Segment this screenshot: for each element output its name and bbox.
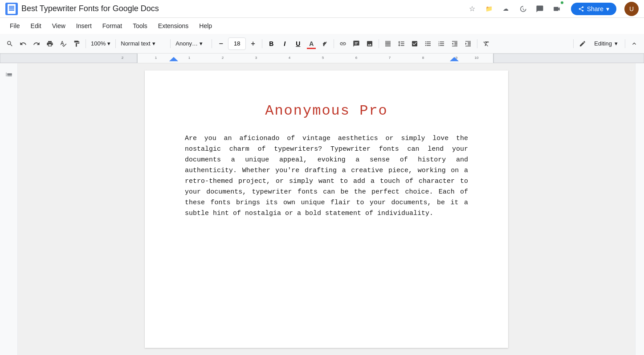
divider-7 [379,39,379,48]
comments-icon[interactable] [534,3,546,15]
search-button[interactable] [4,37,16,50]
font-size-decrease-button[interactable]: − [215,37,227,50]
bullet-list-button[interactable] [422,37,434,50]
divider-1 [86,39,86,48]
clear-format-button[interactable] [480,37,493,50]
document-page: Anonymous Pro Are you an aficionado of v… [145,70,508,348]
pencil-edit-icon[interactable] [576,37,589,50]
checklist-button[interactable] [408,37,421,50]
align-button[interactable] [382,37,394,50]
ruler: 2 1 1 2 3 4 5 6 7 8 9 10 [0,54,644,63]
menu-bar: File Edit View Insert Format Tools Exten… [0,18,644,34]
share-label: Share [587,5,603,12]
title-icons: ☆ 📁 ☁ Share ▾ U [466,2,639,16]
divider-3 [170,39,171,48]
svg-text:2: 2 [122,56,123,60]
menu-file[interactable]: File [5,21,24,31]
document-body[interactable]: Are you an aficionado of vintage aesthet… [185,133,468,219]
divider-10 [625,39,625,48]
zoom-drop-icon: ▾ [107,40,110,47]
spell-check-button[interactable] [57,37,69,50]
divider-2 [115,39,116,48]
svg-text:8: 8 [422,56,424,60]
indent-increase-button[interactable] [462,37,474,50]
menu-view[interactable]: View [48,21,70,31]
svg-text:5: 5 [322,56,324,60]
divider-6 [334,39,334,48]
font-label: Anony… [175,40,198,47]
document-heading[interactable]: Anonymous Pro [185,103,468,119]
document-area[interactable]: Anonymous Pro Are you an aficionado of v… [18,63,635,355]
divider-5 [262,39,262,48]
toolbar: 100% ▾ Normal text ▾ Anony… ▾ − 18 + B I… [0,34,644,54]
insert-comment-button[interactable] [350,37,363,50]
style-label: Normal text [121,40,150,47]
google-docs-icon [5,3,18,15]
share-drop-icon: ▾ [606,5,609,12]
history-icon[interactable] [517,3,529,15]
svg-rect-2 [493,54,644,63]
menu-tools[interactable]: Tools [128,21,152,31]
cloud-save-icon[interactable]: ☁ [500,3,512,15]
format-painter-button[interactable] [70,37,83,50]
svg-text:1: 1 [155,56,157,60]
user-avatar[interactable]: U [624,2,639,16]
divider-4 [212,39,212,48]
menu-insert[interactable]: Insert [72,21,96,31]
font-size-input[interactable]: 18 [228,37,246,50]
svg-text:2: 2 [222,56,224,60]
share-button[interactable]: Share ▾ [571,3,616,15]
underline-button[interactable]: U [292,37,304,50]
svg-text:10: 10 [475,56,479,60]
line-spacing-button[interactable] [395,37,408,50]
outline-icon[interactable] [4,70,14,81]
font-select[interactable]: Anony… ▾ [173,37,209,50]
bold-button[interactable]: B [265,37,277,50]
editing-label: Editing [594,40,612,47]
divider-8 [477,39,477,48]
sidebar-left [0,63,18,355]
svg-text:4: 4 [289,56,291,60]
drive-icon[interactable]: 📁 [483,3,495,15]
main-area: Anonymous Pro Are you an aficionado of v… [0,63,644,355]
text-color-button[interactable]: A [305,37,318,50]
menu-extensions[interactable]: Extensions [154,21,193,31]
title-bar: Best Typewriter Fonts for Google Docs ☆ … [0,0,644,18]
right-sidebar [635,63,644,355]
numbered-list-button[interactable] [435,37,448,50]
indent-decrease-button[interactable] [448,37,461,50]
style-select[interactable]: Normal text ▾ [118,37,167,50]
undo-button[interactable] [17,37,29,50]
font-size-increase-button[interactable]: + [247,37,259,50]
redo-button[interactable] [30,37,43,50]
menu-edit[interactable]: Edit [26,21,46,31]
document-title[interactable]: Best Typewriter Fonts for Google Docs [21,4,462,13]
highlight-button[interactable] [318,37,331,50]
svg-text:7: 7 [389,56,391,60]
svg-rect-1 [0,54,137,63]
zoom-value: 100% [91,40,106,47]
insert-image-button[interactable] [363,37,376,50]
zoom-select[interactable]: 100% ▾ [89,37,113,50]
menu-help[interactable]: Help [195,21,216,31]
editing-mode-button[interactable]: Editing ▾ [590,37,622,50]
style-drop-icon: ▾ [152,40,155,47]
insert-link-button[interactable] [337,37,349,50]
divider-9 [573,39,574,48]
editing-drop-icon: ▾ [615,40,618,47]
svg-text:1: 1 [188,56,190,60]
star-icon[interactable]: ☆ [466,3,478,15]
font-drop-icon: ▾ [200,40,203,47]
collapse-toolbar-button[interactable] [628,37,640,50]
svg-text:6: 6 [355,56,357,60]
meet-icon[interactable] [550,3,563,15]
italic-button[interactable]: I [278,37,291,50]
svg-text:3: 3 [255,56,257,60]
print-button[interactable] [44,37,56,50]
menu-format[interactable]: Format [98,21,126,31]
